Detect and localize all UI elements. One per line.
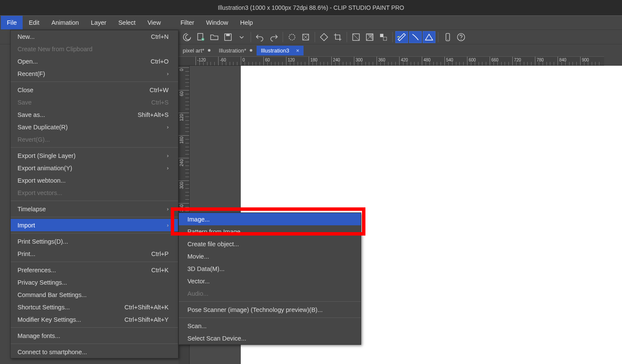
menu-file[interactable]: File <box>1 16 23 29</box>
submenu-item[interactable]: Movie... <box>179 250 361 262</box>
menu-help[interactable]: Help <box>234 16 259 29</box>
tab-label: pixel art* <box>183 47 204 54</box>
menu-item[interactable]: Import› <box>11 219 178 231</box>
menu-shortcut: Ctrl+Shift+Alt+K <box>124 304 169 311</box>
submenu-item[interactable]: Vector... <box>179 275 361 287</box>
tone-icon[interactable] <box>363 31 376 43</box>
tab-label: Illustration3 <box>261 47 289 54</box>
menu-item-label: Close <box>18 87 33 93</box>
submenu-arrow-icon: › <box>167 70 169 77</box>
svg-rect-8 <box>380 34 383 37</box>
unsaved-dot-icon <box>208 49 210 52</box>
menu-item: Export vectors... <box>11 186 178 199</box>
menu-shortcut: Shift+Alt+S <box>137 111 169 118</box>
window-title: Illustration3 (1000 x 1000px 72dpi 88.6%… <box>218 4 404 11</box>
menu-item-label: Print Settings(D)... <box>18 238 68 245</box>
snap-perspective-icon[interactable] <box>423 31 435 43</box>
clear-icon[interactable] <box>299 31 312 43</box>
menu-edit[interactable]: Edit <box>23 16 45 29</box>
menu-separator <box>11 344 178 344</box>
document-tab[interactable]: Illustration* <box>215 46 257 55</box>
menu-item[interactable]: Privacy Settings... <box>11 276 178 288</box>
window-titlebar: Illustration3 (1000 x 1000px 72dpi 88.6%… <box>0 0 622 15</box>
menu-layer[interactable]: Layer <box>85 16 112 29</box>
palette-icon[interactable] <box>377 31 390 43</box>
menu-separator <box>179 301 361 302</box>
menu-item[interactable]: New...Ctrl+N <box>11 30 178 43</box>
menu-view[interactable]: View <box>141 16 166 29</box>
menu-animation[interactable]: Animation <box>45 16 85 29</box>
menu-item[interactable]: Recent(F)› <box>11 67 178 80</box>
submenu-arrow-icon: › <box>167 152 169 159</box>
menu-item: Create New from Clipboard <box>11 43 178 55</box>
save-icon[interactable] <box>222 31 234 43</box>
menu-separator <box>11 327 178 328</box>
menu-shortcut: Ctrl+O <box>151 58 169 65</box>
menu-item-label: Create New from Clipboard <box>18 46 93 52</box>
submenu-arrow-icon: › <box>167 124 169 130</box>
import-submenu: Image...Pattern from Image...Create file… <box>178 213 361 345</box>
redo-icon[interactable] <box>267 31 280 43</box>
menu-item-label: Export animation(Y) <box>18 165 72 172</box>
snap-grid-icon[interactable] <box>409 31 422 43</box>
crop-icon[interactable] <box>331 31 344 43</box>
menu-item[interactable]: Shortcut Settings...Ctrl+Shift+Alt+K <box>11 301 178 313</box>
snap-ruler-icon[interactable] <box>395 31 408 43</box>
help-icon[interactable] <box>455 31 467 43</box>
dropdown-icon[interactable] <box>235 31 248 43</box>
menu-filter[interactable]: Filter <box>175 16 200 29</box>
menu-item-label: Shortcut Settings... <box>18 304 70 311</box>
menu-shortcut: Ctrl+S <box>151 99 169 106</box>
menu-item-label: Command Bar Settings... <box>18 291 87 298</box>
menu-item[interactable]: Timelapse› <box>11 203 178 215</box>
menu-item[interactable]: Export animation(Y)› <box>11 162 178 174</box>
scale-icon[interactable] <box>350 31 362 43</box>
menu-item[interactable]: Save Duplicate(R)› <box>11 121 178 133</box>
submenu-arrow-icon: › <box>167 165 169 171</box>
new-page-icon[interactable] <box>194 31 207 43</box>
submenu-item[interactable]: Create file object... <box>179 238 361 250</box>
menu-item[interactable]: Export webtoon... <box>11 174 178 186</box>
menu-item[interactable]: Manage fonts... <box>11 329 178 342</box>
open-folder-icon[interactable] <box>208 31 221 43</box>
menu-item[interactable]: Print...Ctrl+P <box>11 248 178 260</box>
menu-item-label: Export webtoon... <box>18 177 66 184</box>
menu-item: SaveCtrl+S <box>11 96 178 108</box>
svg-rect-9 <box>383 37 387 41</box>
menu-item[interactable]: Save as...Shift+Alt+S <box>11 108 178 121</box>
menu-separator <box>11 201 178 201</box>
menu-item[interactable]: CloseCtrl+W <box>11 84 178 96</box>
menu-item-label: Export vectors... <box>18 189 62 196</box>
menu-window[interactable]: Window <box>200 16 234 29</box>
document-tab[interactable]: pixel art* <box>178 46 215 55</box>
menu-item[interactable]: Open...Ctrl+O <box>11 55 178 67</box>
undo-icon[interactable] <box>254 31 266 43</box>
submenu-item[interactable]: Pattern from Image... <box>179 225 361 238</box>
submenu-item[interactable]: Image... <box>179 213 361 225</box>
menu-separator <box>11 82 178 82</box>
erase-icon[interactable] <box>286 31 298 43</box>
ruler-horizontal: -120-60060120180240300360420480540600660… <box>178 56 604 66</box>
menu-item[interactable]: Modifier Key Settings...Ctrl+Shift+Alt+Y <box>11 313 178 326</box>
document-tab[interactable]: Illustration3× <box>257 46 304 55</box>
submenu-item[interactable]: Scan... <box>179 320 361 332</box>
spiral-icon[interactable] <box>181 31 193 43</box>
menu-item[interactable]: Export (Single Layer)› <box>11 149 178 162</box>
menu-item-label: Modifier Key Settings... <box>18 316 81 323</box>
menu-item-label: Save as... <box>18 111 45 118</box>
menu-item[interactable]: Print Settings(D)... <box>11 235 178 248</box>
menu-item[interactable]: Command Bar Settings... <box>11 288 178 301</box>
smartphone-icon[interactable] <box>441 31 454 43</box>
menu-item-label: Recent(F) <box>18 70 45 77</box>
menu-item-label: Save Duplicate(R) <box>18 124 68 131</box>
menu-select[interactable]: Select <box>112 16 141 29</box>
document-tabbar: pixel art*Illustration*Illustration3× <box>178 44 304 56</box>
fill-icon[interactable] <box>318 31 330 43</box>
submenu-item[interactable]: 3D Data(M)... <box>179 262 361 275</box>
menu-item[interactable]: Preferences...Ctrl+K <box>11 264 178 276</box>
submenu-item[interactable]: Select Scan Device... <box>179 332 361 344</box>
close-tab-icon[interactable]: × <box>296 47 299 54</box>
menu-item-label: Connect to smartphone... <box>18 349 87 355</box>
menu-item[interactable]: Connect to smartphone... <box>11 346 178 358</box>
submenu-item[interactable]: Pose Scanner (image) (Technology preview… <box>179 303 361 316</box>
